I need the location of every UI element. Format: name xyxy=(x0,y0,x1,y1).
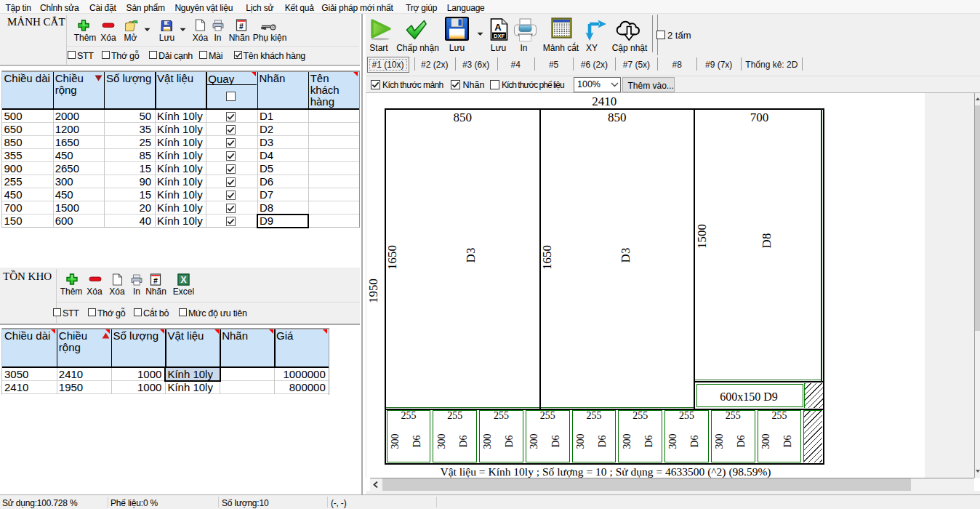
svg-text:DXF: DXF xyxy=(494,33,505,39)
svg-text:X: X xyxy=(180,275,186,285)
svg-text:#: # xyxy=(153,276,158,285)
svg-text:#: # xyxy=(239,22,244,31)
svg-text:A: A xyxy=(494,22,502,33)
